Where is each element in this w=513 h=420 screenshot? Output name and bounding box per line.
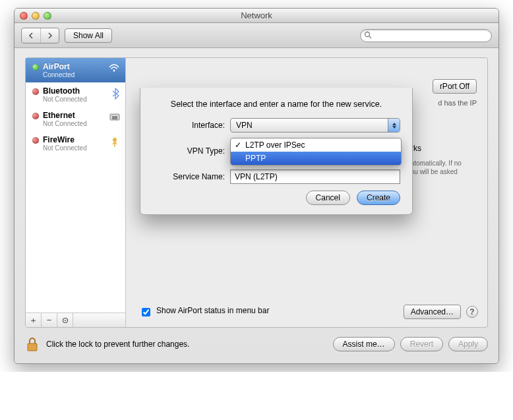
close-window-button[interactable] <box>20 12 28 20</box>
zoom-window-button[interactable] <box>44 12 51 20</box>
remove-service-button[interactable]: − <box>42 313 57 327</box>
vpn-type-dropdown: ✓ L2TP over IPSec PPTP <box>230 138 402 165</box>
sidebar-footer: ＋ − <box>26 313 125 327</box>
service-status: Not Connected <box>43 96 87 103</box>
service-name: Ethernet <box>43 111 87 120</box>
service-name-label: Service Name: <box>152 172 225 181</box>
service-status: Connected <box>43 71 75 78</box>
cancel-button[interactable]: Cancel <box>306 191 350 205</box>
svg-point-7 <box>65 320 66 321</box>
gear-icon <box>61 316 69 324</box>
new-service-sheet: Select the interface and enter a name fo… <box>140 88 413 215</box>
body: AirPort Connected Bluetooth Not Connecte… <box>15 48 498 363</box>
status-dot <box>32 88 39 95</box>
svg-point-2 <box>113 70 115 72</box>
interface-value: VPN <box>236 121 253 130</box>
traffic-lights <box>20 12 51 20</box>
service-bluetooth[interactable]: Bluetooth Not Connected <box>26 82 125 107</box>
service-name: Bluetooth <box>43 86 87 96</box>
service-sidebar: AirPort Connected Bluetooth Not Connecte… <box>26 58 126 327</box>
search-input[interactable] <box>360 29 492 42</box>
lock-icon[interactable] <box>25 336 40 353</box>
sheet-message: Select the interface and enter a name fo… <box>152 100 400 109</box>
nav-segmented <box>21 28 59 44</box>
bottom-bar: Click the lock to prevent further change… <box>25 336 488 353</box>
window-title: Network <box>15 11 498 20</box>
service-airport[interactable]: AirPort Connected <box>26 58 125 82</box>
service-name: AirPort <box>43 62 75 71</box>
checkmark-icon: ✓ <box>235 140 241 150</box>
status-dot <box>32 137 39 144</box>
assist-button[interactable]: Assist me… <box>333 337 395 351</box>
lock-text: Click the lock to prevent further change… <box>46 340 189 349</box>
network-window: Network Show All <box>14 8 499 364</box>
bluetooth-icon <box>111 88 120 100</box>
vpn-type-option-l2tp[interactable]: ✓ L2TP over IPSec <box>231 138 401 152</box>
search-wrap <box>360 29 492 42</box>
show-all-button[interactable]: Show All <box>65 28 112 43</box>
advanced-button[interactable]: Advanced… <box>404 305 461 319</box>
back-button[interactable] <box>22 28 40 43</box>
service-status: Not Connected <box>43 144 87 152</box>
service-actions-button[interactable] <box>57 313 73 327</box>
ethernet-icon <box>109 112 120 121</box>
show-status-label: Show AirPort status in menu bar <box>156 306 269 315</box>
svg-line-1 <box>369 36 371 38</box>
chevron-right-icon <box>47 32 53 39</box>
status-dot <box>32 113 39 119</box>
service-ethernet[interactable]: Ethernet Not Connected <box>26 107 125 131</box>
toolbar: Show All <box>15 23 498 48</box>
add-service-button[interactable]: ＋ <box>26 313 42 327</box>
vpn-type-label: VPN Type: <box>152 146 225 156</box>
search-icon <box>364 31 372 39</box>
status-dot <box>32 64 39 71</box>
interface-label: Interface: <box>152 121 225 130</box>
titlebar: Network <box>15 9 498 23</box>
forward-button[interactable] <box>40 28 59 43</box>
vpn-type-option-pptp[interactable]: PPTP <box>231 152 401 165</box>
help-button[interactable]: ? <box>466 306 478 318</box>
minimize-window-button[interactable] <box>32 12 40 20</box>
turn-airport-off-button[interactable]: rPort Off <box>433 79 477 94</box>
service-status: Not Connected <box>43 120 87 127</box>
svg-rect-4 <box>112 116 117 119</box>
select-stepper-icon <box>388 119 400 132</box>
apply-button[interactable]: Apply <box>448 337 488 351</box>
svg-rect-8 <box>28 344 37 351</box>
show-status-checkbox[interactable] <box>142 308 150 316</box>
chevron-left-icon <box>28 32 34 39</box>
service-name: FireWire <box>43 135 87 144</box>
firewire-icon <box>109 136 120 148</box>
service-name-input[interactable] <box>230 169 400 184</box>
revert-button[interactable]: Revert <box>400 337 443 351</box>
service-firewire[interactable]: FireWire Not Connected <box>26 131 125 156</box>
interface-select[interactable]: VPN <box>230 118 400 133</box>
svg-point-0 <box>365 32 370 36</box>
wifi-icon <box>108 63 120 73</box>
create-button[interactable]: Create <box>357 191 400 205</box>
